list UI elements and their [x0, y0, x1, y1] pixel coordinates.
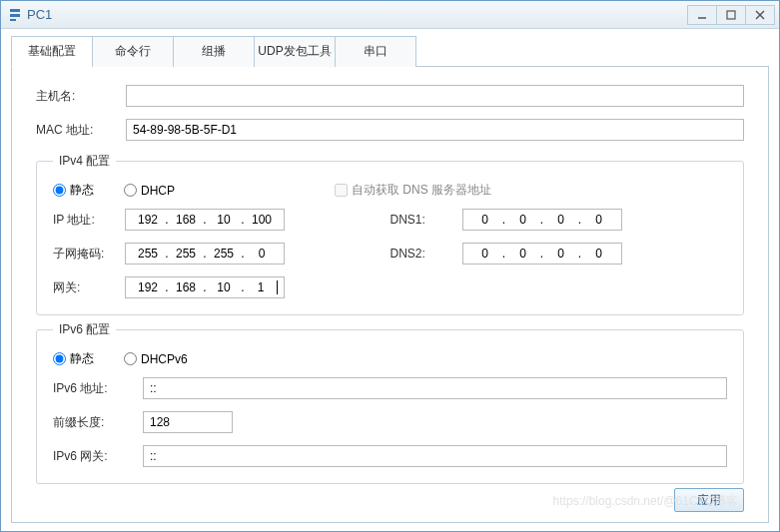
ipv6-legend: IPv6 配置: [53, 321, 116, 338]
content-area: 基础配置 命令行 组播 UDP发包工具 串口 主机名: MAC 地址: IPv4…: [1, 29, 779, 531]
gw-label: 网关:: [53, 279, 125, 296]
hostname-label: 主机名:: [36, 88, 126, 105]
window-buttons: [688, 5, 775, 25]
ipv6-prefix-label: 前缀长度:: [53, 414, 143, 431]
ipv4-dhcp-radio[interactable]: DHCP: [124, 184, 175, 198]
mask-input[interactable]: 255.255.255.0: [125, 243, 285, 265]
close-button[interactable]: [745, 5, 775, 25]
dns2-input[interactable]: 0.0.0.0: [462, 243, 622, 265]
ipv4-legend: IPv4 配置: [53, 153, 116, 170]
auto-dns-checkbox[interactable]: 自动获取 DNS 服务器地址: [335, 182, 491, 199]
ip-input[interactable]: 192.168.10.100: [125, 209, 285, 231]
ipv6-dhcp-radio[interactable]: DHCPv6: [124, 352, 188, 366]
ipv6-gw-label: IPv6 网关:: [53, 448, 143, 465]
minimize-button[interactable]: [687, 5, 717, 25]
ipv6-gw-input[interactable]: [143, 445, 727, 467]
svg-rect-1: [727, 11, 735, 19]
tab-bar: 基础配置 命令行 组播 UDP发包工具 串口: [11, 35, 769, 67]
mac-label: MAC 地址:: [36, 122, 126, 139]
mask-label: 子网掩码:: [53, 246, 125, 263]
ipv6-addr-input[interactable]: [143, 377, 727, 399]
app-icon: [7, 7, 23, 23]
tab-multicast[interactable]: 组播: [173, 36, 255, 67]
ipv6-prefix-input[interactable]: [143, 411, 233, 433]
ipv4-group: IPv4 配置 静态 DHCP 自动获取 DNS 服务器地址 IP 地址: 19…: [36, 153, 744, 315]
tab-cmdline[interactable]: 命令行: [92, 36, 174, 67]
hostname-input[interactable]: [126, 85, 744, 107]
gw-input[interactable]: 192.168.10.1: [125, 276, 285, 298]
ipv4-static-radio[interactable]: 静态: [53, 182, 94, 199]
mac-input[interactable]: [126, 119, 744, 141]
dns1-label: DNS1:: [390, 213, 462, 227]
ip-label: IP 地址:: [53, 212, 125, 229]
window-title: PC1: [27, 7, 688, 22]
tab-serial[interactable]: 串口: [335, 36, 416, 67]
ipv6-addr-label: IPv6 地址:: [53, 380, 143, 397]
maximize-button[interactable]: [716, 5, 746, 25]
tab-basic[interactable]: 基础配置: [11, 36, 93, 67]
ipv6-static-radio[interactable]: 静态: [53, 350, 94, 367]
dns2-label: DNS2:: [390, 247, 462, 261]
tab-udp[interactable]: UDP发包工具: [254, 36, 336, 67]
ipv6-group: IPv6 配置 静态 DHCPv6 IPv6 地址: 前缀长度: IPv6 网关…: [36, 321, 744, 484]
dns1-input[interactable]: 0.0.0.0: [462, 209, 622, 231]
apply-button[interactable]: 应用: [674, 488, 744, 512]
titlebar: PC1: [1, 1, 779, 29]
tab-panel: 主机名: MAC 地址: IPv4 配置 静态 DHCP 自动获取 DNS 服务…: [11, 67, 769, 523]
